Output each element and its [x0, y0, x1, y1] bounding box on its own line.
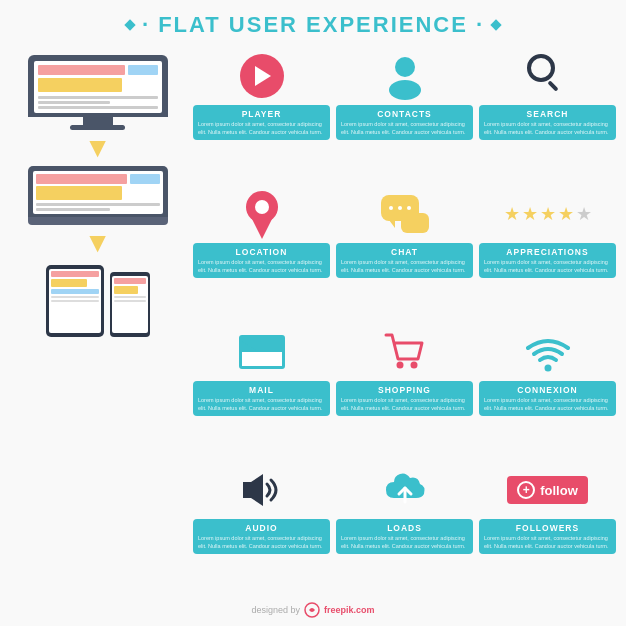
laptop-screen-lines	[36, 203, 160, 211]
search-handle	[547, 80, 558, 91]
contacts-icon-area	[383, 50, 427, 102]
mail-flap	[242, 338, 282, 356]
appreciations-label: APPRECIATIONS	[484, 247, 611, 257]
shopping-text: Lorem ipsum dolor sit amet, consectetur …	[341, 397, 468, 412]
followers-label: FOLLOWERS	[484, 523, 611, 533]
svg-point-7	[544, 365, 551, 372]
audio-label: AUDIO	[198, 523, 325, 533]
followers-icon-area: + follow	[507, 464, 588, 516]
page-title: · FLAT USER EXPERIENCE ·	[142, 12, 484, 38]
phone-yellow	[114, 286, 138, 294]
star-3: ★	[540, 203, 556, 225]
page: · FLAT USER EXPERIENCE ·	[0, 0, 626, 626]
laptop	[28, 166, 168, 225]
tablet-line	[51, 300, 99, 302]
location-icon	[244, 189, 280, 239]
audio-text: Lorem ipsum dolor sit amet, consectetur …	[198, 535, 325, 550]
mail-label: MAIL	[198, 385, 325, 395]
cell-loads: LOADS Lorem ipsum dolor sit amet, consec…	[336, 464, 473, 596]
loads-label: LOADS	[341, 523, 468, 533]
tablet-yellow	[51, 279, 87, 287]
laptop-screen-line-short	[36, 208, 110, 211]
mail-text: Lorem ipsum dolor sit amet, consectetur …	[198, 397, 325, 412]
cell-audio: AUDIO Lorem ipsum dolor sit amet, consec…	[193, 464, 330, 596]
monitor-stand	[83, 117, 113, 125]
screen-yellow-block	[38, 78, 122, 92]
loads-text: Lorem ipsum dolor sit amet, consectetur …	[341, 535, 468, 550]
cell-connexion: CONNEXION Lorem ipsum dolor sit amet, co…	[479, 326, 616, 458]
play-icon	[240, 54, 284, 98]
phone-line	[114, 296, 146, 298]
mail-icon	[239, 335, 285, 369]
bubble-dot	[389, 206, 393, 210]
player-icon-area	[240, 50, 284, 102]
search-icon-area	[523, 50, 573, 102]
cell-search: SEARCH Lorem ipsum dolor sit amet, conse…	[479, 50, 616, 182]
tablet-screen	[49, 269, 101, 333]
shopping-info-box: shoppInG Lorem ipsum dolor sit amet, con…	[336, 381, 473, 416]
player-info-box: PLAYER Lorem ipsum dolor sit amet, conse…	[193, 105, 330, 140]
shopping-icon-area	[382, 326, 428, 378]
laptop-screen	[33, 171, 163, 214]
monitor-base	[70, 125, 125, 130]
cell-contacts: CONTACTS Lorem ipsum dolor sit amet, con…	[336, 50, 473, 182]
search-circle	[527, 54, 555, 82]
arrow-down-2: ▼	[84, 229, 112, 257]
audio-info-box: AUDIO Lorem ipsum dolor sit amet, consec…	[193, 519, 330, 554]
follow-button[interactable]: + follow	[507, 476, 588, 504]
loads-info-box: LOADS Lorem ipsum dolor sit amet, consec…	[336, 519, 473, 554]
cell-followers: + follow FOLLOWERS Lorem ipsum dolor sit…	[479, 464, 616, 596]
player-label: PLAYER	[198, 109, 325, 119]
tablet	[46, 265, 104, 337]
star-2: ★	[522, 203, 538, 225]
audio-icon-area	[239, 464, 285, 516]
star-5: ★	[576, 203, 592, 225]
cell-location: LOCATION Lorem ipsum dolor sit amet, con…	[193, 188, 330, 320]
svg-marker-4	[252, 219, 272, 239]
appreciations-info-box: APPRECIATIONS Lorem ipsum dolor sit amet…	[479, 243, 616, 278]
svg-point-6	[410, 362, 417, 369]
star-4: ★	[558, 203, 574, 225]
footer: designed by freepik.com	[251, 602, 374, 618]
laptop-base	[28, 217, 168, 225]
laptop-blue-bar	[130, 174, 160, 184]
svg-marker-8	[243, 474, 263, 506]
followers-text: Lorem ipsum dolor sit amet, consectetur …	[484, 535, 611, 550]
arrow-down-1: ▼	[84, 134, 112, 162]
contacts-icon	[383, 52, 427, 100]
location-label: LOCATION	[198, 247, 325, 257]
title-diamond-left	[124, 19, 135, 30]
connexion-icon-area	[524, 326, 572, 378]
connexion-label: CONNEXION	[484, 385, 611, 395]
features-grid: PLAYER Lorem ipsum dolor sit amet, conse…	[193, 50, 616, 596]
search-text: Lorem ipsum dolor sit amet, consectetur …	[484, 121, 611, 136]
location-info-box: LOCATION Lorem ipsum dolor sit amet, con…	[193, 243, 330, 278]
laptop-screen-wrap	[28, 166, 168, 217]
tablet-pink	[51, 271, 99, 277]
svg-point-3	[255, 200, 269, 214]
chat-icon-area	[381, 188, 429, 240]
title-bar: · FLAT USER EXPERIENCE ·	[126, 12, 500, 38]
title-diamond-right	[490, 19, 501, 30]
cloud-upload-icon	[380, 468, 430, 512]
cell-mail: MAIL Lorem ipsum dolor sit amet, consect…	[193, 326, 330, 458]
followers-info-box: FOLLOWERS Lorem ipsum dolor sit amet, co…	[479, 519, 616, 554]
cell-appreciations: ★ ★ ★ ★ ★ APPRECIATIONS Lorem ipsum dolo…	[479, 188, 616, 320]
screen-line-short	[38, 101, 110, 104]
footer-logo: freepik.com	[324, 605, 375, 615]
chat-icon	[381, 195, 429, 233]
cell-player: PLAYER Lorem ipsum dolor sit amet, conse…	[193, 50, 330, 182]
chat-text: Lorem ipsum dolor sit amet, consectetur …	[341, 259, 468, 274]
chat-info-box: CHAT Lorem ipsum dolor sit amet, consect…	[336, 243, 473, 278]
bubble-dot	[398, 206, 402, 210]
svg-point-1	[389, 80, 421, 100]
bubble-dot	[407, 206, 411, 210]
phone-line	[114, 300, 146, 302]
monitor-screen	[34, 61, 162, 113]
connexion-text: Lorem ipsum dolor sit amet, consectetur …	[484, 397, 611, 412]
location-text: Lorem ipsum dolor sit amet, consectetur …	[198, 259, 325, 274]
screen-pink-bar	[38, 65, 125, 75]
monitor	[28, 55, 168, 117]
phone-pink	[114, 278, 146, 284]
cell-chat: CHAT Lorem ipsum dolor sit amet, consect…	[336, 188, 473, 320]
